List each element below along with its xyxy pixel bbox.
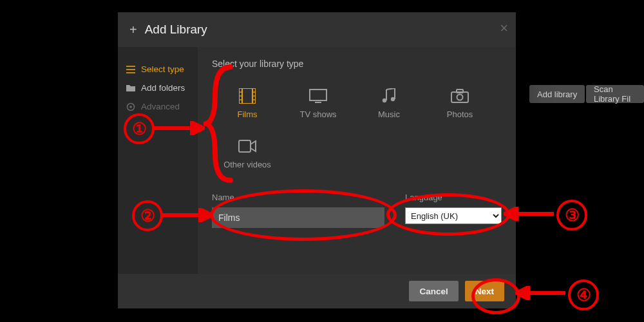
sidebar-item-select-type[interactable]: Select type <box>118 60 198 79</box>
annotation-marker-4: ④ <box>568 279 599 310</box>
library-type-music[interactable]: Music <box>354 78 424 128</box>
language-label: Language <box>405 193 502 202</box>
language-field: Language English (UK) <box>405 193 502 228</box>
library-type-label: Other videos <box>223 160 271 169</box>
svg-point-20 <box>457 94 463 100</box>
modal-footer: Cancel Next <box>118 274 516 308</box>
library-type-label: Music <box>378 109 400 119</box>
svg-rect-21 <box>239 140 251 152</box>
folder-icon <box>126 83 135 93</box>
language-select[interactable]: English (UK) <box>405 207 502 224</box>
modal-title: Add Library <box>145 23 207 37</box>
svg-rect-14 <box>310 90 327 100</box>
camera-icon <box>450 88 469 104</box>
svg-rect-19 <box>457 90 463 93</box>
music-icon <box>379 88 399 104</box>
name-label: Name <box>212 193 384 202</box>
svg-point-16 <box>383 98 386 102</box>
sidebar-item-label: Add folders <box>141 83 185 93</box>
library-type-other-videos[interactable]: Other videos <box>212 128 283 178</box>
close-icon[interactable]: × <box>500 20 508 37</box>
scan-library-button[interactable]: Scan Library Fil <box>586 85 644 103</box>
tv-icon <box>308 88 328 104</box>
annotation-arrow-4 <box>515 286 567 300</box>
add-library-modal: + Add Library × Select type Add folders <box>118 12 516 308</box>
library-type-films[interactable]: Films <box>212 78 283 128</box>
plus-icon: + <box>129 23 137 37</box>
svg-rect-18 <box>451 92 468 102</box>
library-name-input[interactable] <box>212 207 384 228</box>
modal-header: + Add Library × <box>118 12 516 47</box>
name-field: Name <box>212 193 384 228</box>
annotation-marker-3: ③ <box>556 200 587 231</box>
next-button[interactable]: Next <box>465 281 504 301</box>
list-icon <box>126 64 135 74</box>
library-type-label: Photos <box>447 109 473 119</box>
library-type-tv[interactable]: TV shows <box>283 78 354 128</box>
add-library-button[interactable]: Add library <box>529 85 585 103</box>
svg-point-17 <box>391 97 395 100</box>
modal-sidebar: Select type Add folders Advanced <box>118 47 198 274</box>
sidebar-item-label: Advanced <box>141 102 180 111</box>
cancel-button[interactable]: Cancel <box>409 281 458 301</box>
sidebar-item-advanced[interactable]: Advanced <box>118 97 198 116</box>
sidebar-item-add-folders[interactable]: Add folders <box>118 79 198 97</box>
library-type-grid: Films TV shows Music <box>212 78 502 178</box>
modal-main: Select your library type Films TV shows <box>198 47 516 274</box>
film-icon <box>238 88 257 104</box>
library-type-label: Films <box>237 109 257 119</box>
library-type-label: TV shows <box>299 109 336 119</box>
svg-point-4 <box>129 106 132 108</box>
gear-icon <box>126 102 135 111</box>
svg-marker-29 <box>516 287 528 299</box>
sidebar-item-label: Select type <box>141 64 184 74</box>
video-icon <box>238 138 257 155</box>
library-type-prompt: Select your library type <box>212 59 502 69</box>
library-type-photos[interactable]: Photos <box>424 78 495 128</box>
